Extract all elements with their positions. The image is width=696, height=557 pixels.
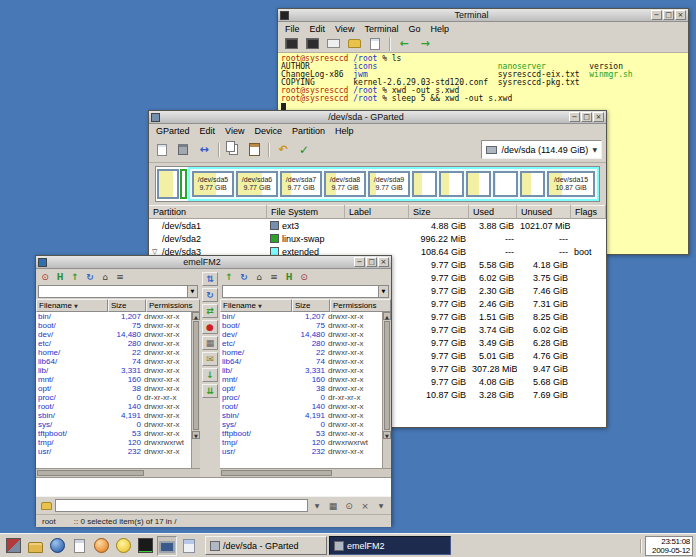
maximize-button[interactable]: □	[663, 10, 674, 20]
history-icon[interactable]: H	[53, 271, 67, 284]
refresh-icon[interactable]: ↻	[83, 271, 97, 284]
menu-item-device[interactable]: Device	[249, 126, 287, 136]
file-row-mnt[interactable]: mnt/160drwxr-xr-x	[220, 375, 382, 384]
column-header-file-system[interactable]: File System	[267, 205, 345, 218]
partition-block-sda14[interactable]	[520, 171, 545, 197]
file-row-mnt[interactable]: mnt/160drwxr-xr-x	[36, 375, 191, 384]
folder-icon[interactable]	[39, 499, 53, 512]
column-header-size[interactable]: Size	[292, 299, 330, 312]
new-terminal-icon[interactable]	[282, 36, 300, 52]
column-header-filename[interactable]: Filename▼	[220, 299, 292, 312]
copy-icon[interactable]	[224, 142, 242, 158]
new-window-icon[interactable]	[303, 36, 321, 52]
scrollbar-thumb[interactable]	[384, 321, 390, 430]
partition-block-sda15[interactable]: /dev/sda1510.87 GiB	[547, 171, 595, 197]
file-row-root[interactable]: root/140drwxr-xr-x	[220, 402, 382, 411]
list-icon[interactable]: ≡	[113, 271, 127, 284]
file-row-usr[interactable]: usr/232drwxr-xr-x	[220, 447, 382, 456]
file-row-proc[interactable]: proc/0dr-xr-xr-x	[220, 393, 382, 402]
file-row-bin[interactable]: bin/1,207drwxr-xr-x	[36, 312, 191, 321]
grid-icon[interactable]: ▦	[202, 336, 218, 350]
taskbar-clock[interactable]: 23:51:08 2009-05-12	[645, 536, 693, 556]
scroll-sync-icon[interactable]: ⇅	[202, 272, 218, 286]
scroll-up-icon[interactable]: ▲	[192, 312, 200, 320]
chevron-down-icon[interactable]: ▼	[310, 499, 324, 512]
chevron-down-icon[interactable]: ▼	[187, 286, 197, 297]
document-icon[interactable]	[69, 536, 89, 556]
file-row-tmp[interactable]: tmp/120drwxrwxrwt	[36, 438, 191, 447]
file-row-opt[interactable]: opt/38drwxr-xr-x	[36, 384, 191, 393]
scrollbar-thumb[interactable]	[37, 470, 144, 476]
folder-icon[interactable]	[25, 536, 45, 556]
file-row-bin[interactable]: bin/1,207drwxr-xr-x	[220, 312, 382, 321]
column-header-partition[interactable]: Partition	[149, 205, 267, 218]
scroll-up-icon[interactable]: ▲	[383, 312, 391, 320]
partition-block-sda12[interactable]	[466, 171, 491, 197]
scroll-down-icon[interactable]: ▼	[383, 431, 391, 439]
maximize-button[interactable]: □	[366, 257, 377, 267]
envelope-icon[interactable]	[324, 36, 342, 52]
task-button-emelfm2[interactable]: emelFM2	[329, 536, 451, 555]
history-icon[interactable]: H	[282, 271, 296, 284]
file-row-tftpboot[interactable]: tftpboot/53drwxr-xr-x	[220, 429, 382, 438]
partition-block-sda8[interactable]: /dev/sda89.77 GiB	[324, 171, 366, 197]
file-row-etc[interactable]: etc/280drwxr-xr-x	[220, 339, 382, 348]
menu-item-go[interactable]: Go	[403, 24, 425, 34]
file-row-home[interactable]: home/22drwxr-xr-x	[36, 348, 191, 357]
double-arrow-down-icon[interactable]: ⇊	[202, 384, 218, 398]
refresh-icon[interactable]: ↻	[202, 288, 218, 302]
partition-block-sda7[interactable]: /dev/sda79.77 GiB	[280, 171, 322, 197]
horizontal-scrollbar[interactable]	[36, 468, 200, 477]
partition-block-sda1[interactable]	[157, 169, 179, 199]
envelope-icon[interactable]: ✉	[202, 352, 218, 366]
file-row-boot[interactable]: boot/75drwxr-xr-x	[36, 321, 191, 330]
menu-item-edit[interactable]: Edit	[305, 24, 331, 34]
minimize-button[interactable]: −	[354, 257, 365, 267]
new-partition-icon[interactable]	[153, 142, 171, 158]
horizontal-scrollbar[interactable]	[220, 468, 391, 477]
partition-block-sda6[interactable]: /dev/sda69.77 GiB	[236, 171, 278, 197]
menu-item-view[interactable]: View	[220, 126, 249, 136]
menu-icon[interactable]	[3, 536, 23, 556]
file-row-tmp[interactable]: tmp/120drwxrwxrwt	[220, 438, 382, 447]
forward-icon[interactable]: →	[416, 36, 434, 52]
partition-block-sda13[interactable]	[493, 171, 518, 197]
web-icon[interactable]	[91, 536, 111, 556]
file-row-root[interactable]: root/140drwxr-xr-x	[36, 402, 191, 411]
terminal-titlebar[interactable]: Terminal − □ ×	[278, 9, 688, 22]
refresh-icon[interactable]: ↻	[237, 271, 251, 284]
scrollbar-thumb[interactable]	[221, 470, 332, 476]
paste-icon[interactable]	[245, 142, 263, 158]
find-icon[interactable]: ⊙	[38, 271, 52, 284]
file-row-home[interactable]: home/22drwxr-xr-x	[220, 348, 382, 357]
emelfm2-titlebar[interactable]: emelFM2 − □ ×	[36, 256, 391, 269]
up-icon[interactable]: ↑	[222, 271, 236, 284]
file-row-sys[interactable]: sys/0drwxr-xr-x	[220, 420, 382, 429]
close-button[interactable]: ×	[675, 10, 686, 20]
home-icon[interactable]: ⌂	[252, 271, 266, 284]
file-row-lib[interactable]: lib/3,331drwxr-xr-x	[36, 366, 191, 375]
chevron-down-icon[interactable]: ▼	[374, 499, 388, 512]
back-icon[interactable]: ←	[395, 36, 413, 52]
scroll-down-icon[interactable]: ▼	[192, 431, 200, 439]
close-button[interactable]: ×	[378, 257, 389, 267]
menu-item-partition[interactable]: Partition	[287, 126, 330, 136]
swap-panes-icon[interactable]: ⇄	[202, 304, 218, 318]
menu-item-terminal[interactable]: Terminal	[359, 24, 403, 34]
editor-icon[interactable]	[179, 536, 199, 556]
column-header-unused[interactable]: Unused	[517, 205, 571, 218]
file-row-sbin[interactable]: sbin/4,191drwxr-xr-x	[36, 411, 191, 420]
file-row-dev[interactable]: dev/14,480drwxr-xr-x	[220, 330, 382, 339]
menu-item-help[interactable]: Help	[425, 24, 454, 34]
menu-item-gparted[interactable]: GParted	[151, 126, 195, 136]
maximize-button[interactable]: □	[581, 112, 592, 122]
file-row-lib64[interactable]: lib64/74drwxr-xr-x	[36, 357, 191, 366]
task-button-dev-sda-gparted[interactable]: /dev/sda - GParted	[205, 536, 327, 555]
partition-row-sda2[interactable]: /dev/sda2linux-swap996.22 MiB------	[149, 232, 606, 245]
find-icon[interactable]: ⊙	[342, 499, 356, 512]
grid-icon[interactable]: ▦	[326, 499, 340, 512]
column-header-permissions[interactable]: Permissions	[330, 299, 391, 312]
smiley-icon[interactable]	[113, 536, 133, 556]
file-row-opt[interactable]: opt/38drwxr-xr-x	[220, 384, 382, 393]
resize-move-icon[interactable]: ↔	[195, 142, 213, 158]
